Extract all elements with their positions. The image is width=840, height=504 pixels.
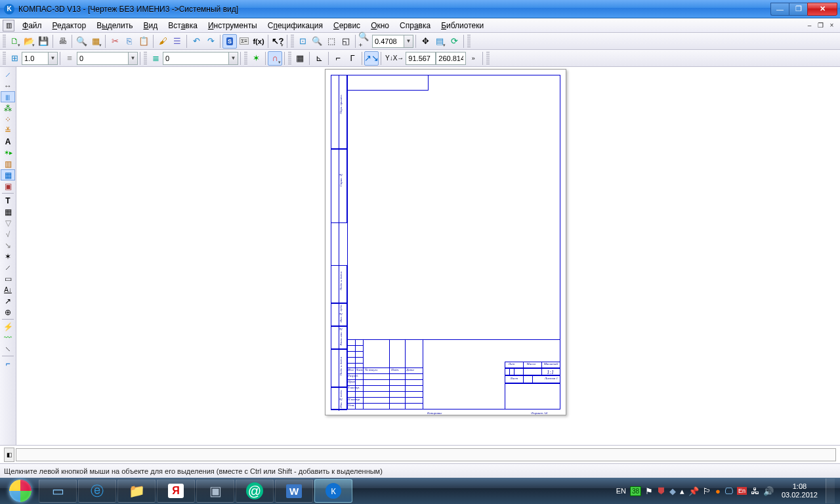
flag-icon[interactable]: ⚑ xyxy=(645,486,653,496)
global-cs-button[interactable]: Г xyxy=(345,51,360,66)
toolbar-grip-4[interactable] xyxy=(3,52,6,65)
mdi-doc-icon[interactable]: ▥ xyxy=(3,20,14,32)
undo-button[interactable]: ↶ xyxy=(189,34,203,49)
coord-x-input[interactable] xyxy=(406,52,436,65)
prop-tab[interactable]: ◧ xyxy=(4,448,14,462)
library-button[interactable]: ▦ xyxy=(89,34,103,49)
format-painter-button[interactable]: 🖌 xyxy=(156,34,170,49)
step-button[interactable]: ⊞ xyxy=(7,51,22,66)
layer-input[interactable] xyxy=(77,52,128,65)
leader-tool[interactable]: ↘ xyxy=(1,240,15,251)
task-word[interactable]: W xyxy=(275,479,313,503)
select-tool[interactable]: A xyxy=(1,136,15,147)
linestyle-combo[interactable]: ▼ xyxy=(163,52,238,65)
drawing-canvas[interactable]: Перв. примен. Справ. № Подп. и дата Инв.… xyxy=(16,67,840,445)
task-unknown1[interactable]: ▣ xyxy=(196,479,234,503)
menu-insert[interactable]: Вставка xyxy=(163,20,203,32)
print-button[interactable]: 🖶 xyxy=(55,34,70,49)
insert-tool[interactable]: ▣ xyxy=(1,180,15,192)
menu-view[interactable]: Вид xyxy=(138,20,163,32)
param-tool[interactable]: ⁘ xyxy=(1,114,15,125)
linestyle-button[interactable]: ≣ xyxy=(148,51,163,66)
fx-button[interactable]: f(x) xyxy=(251,34,266,49)
toolbar-grip[interactable] xyxy=(3,35,6,48)
base-tool[interactable]: ▽ xyxy=(1,217,15,228)
orient-button[interactable]: ▤ xyxy=(432,34,447,49)
snap-button[interactable]: ✶ xyxy=(249,51,263,66)
pan-button[interactable]: ✥ xyxy=(418,34,432,49)
tolerance-tool[interactable]: ▭ xyxy=(1,273,15,284)
monitor-icon[interactable]: 🖵 xyxy=(724,486,733,496)
prop-field[interactable] xyxy=(16,448,836,461)
local-cs-button[interactable]: ⌐ xyxy=(331,51,345,66)
layer-dropdown[interactable]: ▼ xyxy=(128,52,138,65)
designation-tool[interactable]: ⫼ xyxy=(1,91,15,102)
arrow-tool[interactable]: ↗ xyxy=(1,295,15,306)
step-dropdown[interactable]: ▼ xyxy=(48,52,58,65)
maximize-button[interactable]: ❐ xyxy=(789,3,807,16)
menu-file[interactable]: Файл xyxy=(17,20,47,32)
tray-up-icon[interactable]: ▴ xyxy=(680,486,684,496)
zoom-dynamic-button[interactable]: 🔍⁺ xyxy=(358,34,372,49)
dimension-tool[interactable]: ↔ xyxy=(1,80,15,91)
toolbar-grip-8[interactable] xyxy=(486,52,490,65)
cut-button[interactable]: ✂ xyxy=(108,34,122,49)
toolbar-grip-6[interactable] xyxy=(244,52,247,65)
network-icon[interactable]: 🖧 xyxy=(751,486,759,496)
menu-tools[interactable]: Инструменты xyxy=(203,20,262,32)
more-tool[interactable]: ⌐ xyxy=(1,358,15,369)
zoom-fit-button[interactable]: ⊡ xyxy=(295,34,310,49)
autosort-tool[interactable]: ⚡ xyxy=(1,321,15,332)
spec-tool[interactable]: ✶▸ xyxy=(1,147,15,158)
toolbar-grip-2[interactable] xyxy=(291,35,294,48)
menu-spec[interactable]: Спецификация xyxy=(262,20,328,32)
views-tool[interactable]: ▦ xyxy=(1,169,15,180)
menu-window[interactable]: Окно xyxy=(366,20,394,32)
magnet-button[interactable]: ∩ xyxy=(268,51,282,66)
mdi-restore[interactable]: ❐ xyxy=(815,20,826,30)
minimize-button[interactable]: — xyxy=(770,3,789,16)
toolbar-grip-5[interactable] xyxy=(144,52,147,65)
new-button[interactable]: 🗋 xyxy=(7,34,22,49)
en-badge-icon[interactable]: En xyxy=(737,487,747,495)
roughness-tool[interactable]: √ xyxy=(1,228,15,240)
flag2-icon[interactable]: 🏳 xyxy=(703,486,711,496)
menu-help[interactable]: Справка xyxy=(394,20,436,32)
menu-select[interactable]: Выделить xyxy=(91,20,138,32)
pos-tool[interactable]: ⟋ xyxy=(1,262,15,273)
zoom-combo[interactable]: ▼ xyxy=(372,35,413,48)
preview-button[interactable]: 🔍 xyxy=(74,34,89,49)
task-kompas[interactable]: К xyxy=(314,479,352,503)
cut-line-tool[interactable]: A↓ xyxy=(1,284,15,295)
show-desktop-button[interactable] xyxy=(826,478,835,503)
properties-button[interactable]: ☰ xyxy=(170,34,184,49)
ortho-button[interactable]: ⊾ xyxy=(312,51,326,66)
app-tray-icon[interactable]: ◆ xyxy=(669,486,676,496)
copy-button[interactable]: ⎘ xyxy=(122,34,136,49)
spec-button[interactable]: S xyxy=(222,34,237,49)
table-tool[interactable]: ▦ xyxy=(1,206,15,217)
coord-y-input[interactable] xyxy=(436,52,466,65)
text-tool[interactable]: T xyxy=(1,195,15,206)
task-yandex[interactable]: Я xyxy=(157,479,195,503)
zoom-window-button[interactable]: ⬚ xyxy=(324,34,339,49)
zoom-input[interactable] xyxy=(372,35,404,48)
redo-button[interactable]: ↷ xyxy=(203,34,218,49)
mdi-minimize[interactable]: – xyxy=(804,20,815,30)
wave-tool[interactable]: 〰 xyxy=(1,332,15,343)
zoom-dropdown[interactable]: ▼ xyxy=(404,35,413,48)
layer-combo[interactable]: ▼ xyxy=(77,52,138,65)
toolbar-grip-3[interactable] xyxy=(467,35,471,48)
brand-tool[interactable]: ✶ xyxy=(1,251,15,262)
shield-icon[interactable]: ⛊ xyxy=(657,486,665,496)
measure-tool[interactable]: ≚ xyxy=(1,125,15,136)
tray-38-icon[interactable]: 38 xyxy=(630,486,641,496)
open-button[interactable]: 📂 xyxy=(22,34,36,49)
toolbar-grip-7[interactable] xyxy=(288,52,291,65)
axis-tool[interactable]: ⟍ xyxy=(1,343,15,354)
save-button[interactable]: 💾 xyxy=(36,34,51,49)
menu-libs[interactable]: Библиотеки xyxy=(436,20,489,32)
help-cursor-button[interactable]: ↖? xyxy=(270,34,285,49)
linestyle-dropdown[interactable]: ▼ xyxy=(228,52,238,65)
report-tool[interactable]: ▥ xyxy=(1,158,15,169)
